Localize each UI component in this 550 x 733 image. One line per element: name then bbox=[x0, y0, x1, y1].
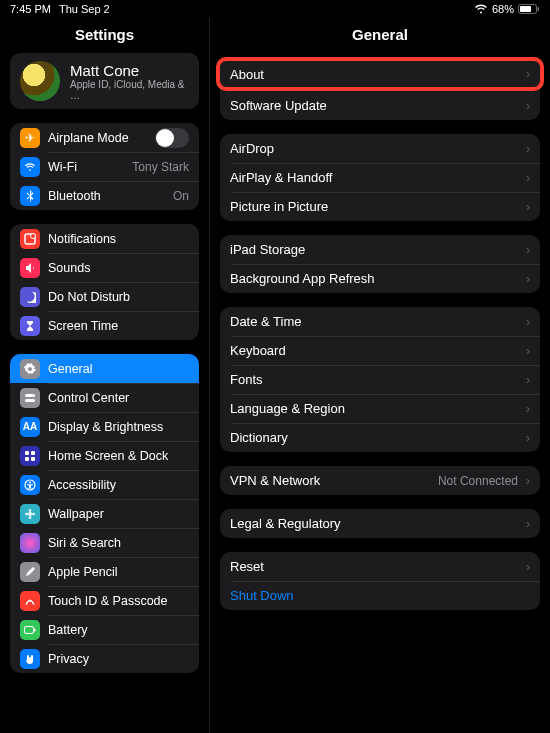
wallpaper-cell[interactable]: Wallpaper bbox=[10, 499, 199, 528]
airplay-label: AirPlay & Handoff bbox=[230, 170, 332, 185]
airdrop-cell[interactable]: AirDrop › bbox=[220, 134, 540, 163]
bgapp-cell[interactable]: Background App Refresh › bbox=[220, 264, 540, 293]
wallpaper-label: Wallpaper bbox=[48, 507, 104, 521]
controlcenter-cell[interactable]: Control Center bbox=[10, 383, 199, 412]
about-label: About bbox=[230, 67, 264, 82]
airplay-cell[interactable]: AirPlay & Handoff › bbox=[220, 163, 540, 192]
airplane-mode-cell[interactable]: ✈ Airplane Mode bbox=[10, 123, 199, 152]
airplane-mode-toggle[interactable] bbox=[155, 128, 189, 148]
general-cell[interactable]: General bbox=[10, 354, 199, 383]
keyboard-cell[interactable]: Keyboard › bbox=[220, 336, 540, 365]
software-update-cell[interactable]: Software Update › bbox=[220, 91, 540, 120]
notifications-icon bbox=[20, 229, 40, 249]
svg-point-16 bbox=[25, 512, 28, 515]
wifi-label: Wi-Fi bbox=[48, 160, 77, 174]
pip-label: Picture in Picture bbox=[230, 199, 328, 214]
svg-point-17 bbox=[32, 512, 35, 515]
svg-rect-19 bbox=[34, 628, 36, 631]
status-time: 7:45 PM bbox=[10, 3, 51, 15]
datetime-cell[interactable]: Date & Time › bbox=[220, 307, 540, 336]
fingerprint-icon bbox=[20, 591, 40, 611]
battery-percent: 68% bbox=[492, 3, 514, 15]
chevron-right-icon: › bbox=[526, 517, 530, 531]
reset-cell[interactable]: Reset › bbox=[220, 552, 540, 581]
software-update-label: Software Update bbox=[230, 98, 327, 113]
battery-settings-icon bbox=[20, 620, 40, 640]
accessibility-cell[interactable]: Accessibility bbox=[10, 470, 199, 499]
dictionary-label: Dictionary bbox=[230, 430, 288, 445]
airplane-icon: ✈ bbox=[20, 128, 40, 148]
chevron-right-icon: › bbox=[526, 560, 530, 574]
fonts-label: Fonts bbox=[230, 372, 263, 387]
dnd-cell[interactable]: Do Not Disturb bbox=[10, 282, 199, 311]
dictionary-cell[interactable]: Dictionary › bbox=[220, 423, 540, 452]
hand-icon bbox=[20, 649, 40, 669]
pencil-cell[interactable]: Apple Pencil bbox=[10, 557, 199, 586]
svg-point-15 bbox=[29, 516, 32, 519]
siri-cell[interactable]: Siri & Search bbox=[10, 528, 199, 557]
display-cell[interactable]: AA Display & Brightness bbox=[10, 412, 199, 441]
wifi-cell[interactable]: Wi-Fi Tony Stark bbox=[10, 152, 199, 181]
bluetooth-cell[interactable]: Bluetooth On bbox=[10, 181, 199, 210]
siri-icon bbox=[20, 533, 40, 553]
chevron-right-icon: › bbox=[526, 474, 530, 488]
sounds-icon bbox=[20, 258, 40, 278]
pencil-label: Apple Pencil bbox=[48, 565, 118, 579]
sidebar-title: Settings bbox=[0, 18, 209, 53]
bgapp-label: Background App Refresh bbox=[230, 271, 375, 286]
hourglass-icon bbox=[20, 316, 40, 336]
dnd-label: Do Not Disturb bbox=[48, 290, 130, 304]
battery-label: Battery bbox=[48, 623, 88, 637]
airdrop-label: AirDrop bbox=[230, 141, 274, 156]
legal-label: Legal & Regulatory bbox=[230, 516, 341, 531]
wifi-settings-icon bbox=[20, 157, 40, 177]
datetime-label: Date & Time bbox=[230, 314, 302, 329]
notifications-cell[interactable]: Notifications bbox=[10, 224, 199, 253]
storage-cell[interactable]: iPad Storage › bbox=[220, 235, 540, 264]
apple-id-cell[interactable]: Matt Cone Apple ID, iCloud, Media & … bbox=[10, 53, 199, 109]
vpn-label: VPN & Network bbox=[230, 473, 320, 488]
airplane-mode-label: Airplane Mode bbox=[48, 131, 129, 145]
gear-icon bbox=[20, 359, 40, 379]
chevron-right-icon: › bbox=[526, 243, 530, 257]
svg-rect-1 bbox=[520, 6, 531, 12]
svg-point-14 bbox=[29, 509, 32, 512]
moon-icon bbox=[20, 287, 40, 307]
screentime-cell[interactable]: Screen Time bbox=[10, 311, 199, 340]
privacy-label: Privacy bbox=[48, 652, 89, 666]
wifi-icon bbox=[474, 4, 488, 14]
svg-rect-10 bbox=[31, 457, 35, 461]
bluetooth-value: On bbox=[173, 189, 189, 203]
controlcenter-label: Control Center bbox=[48, 391, 129, 405]
language-cell[interactable]: Language & Region › bbox=[220, 394, 540, 423]
about-cell[interactable]: About › bbox=[216, 57, 544, 91]
status-date: Thu Sep 2 bbox=[59, 3, 110, 15]
svg-rect-18 bbox=[25, 626, 34, 633]
battery-cell[interactable]: Battery bbox=[10, 615, 199, 644]
svg-point-4 bbox=[31, 233, 36, 238]
sounds-cell[interactable]: Sounds bbox=[10, 253, 199, 282]
general-label: General bbox=[48, 362, 92, 376]
homescreen-cell[interactable]: Home Screen & Dock bbox=[10, 441, 199, 470]
touchid-cell[interactable]: Touch ID & Passcode bbox=[10, 586, 199, 615]
profile-subtitle: Apple ID, iCloud, Media & … bbox=[70, 79, 189, 101]
homescreen-label: Home Screen & Dock bbox=[48, 449, 168, 463]
svg-rect-8 bbox=[31, 451, 35, 455]
fonts-cell[interactable]: Fonts › bbox=[220, 365, 540, 394]
chevron-right-icon: › bbox=[526, 344, 530, 358]
language-label: Language & Region bbox=[230, 401, 345, 416]
shutdown-cell[interactable]: Shut Down bbox=[220, 581, 540, 610]
svg-rect-7 bbox=[25, 451, 29, 455]
chevron-right-icon: › bbox=[526, 402, 530, 416]
pip-cell[interactable]: Picture in Picture › bbox=[220, 192, 540, 221]
touchid-label: Touch ID & Passcode bbox=[48, 594, 168, 608]
bluetooth-label: Bluetooth bbox=[48, 189, 101, 203]
privacy-cell[interactable]: Privacy bbox=[10, 644, 199, 673]
svg-rect-9 bbox=[25, 457, 29, 461]
battery-icon bbox=[518, 4, 540, 14]
svg-rect-5 bbox=[25, 394, 35, 397]
chevron-right-icon: › bbox=[526, 142, 530, 156]
vpn-cell[interactable]: VPN & Network Not Connected › bbox=[220, 466, 540, 495]
legal-cell[interactable]: Legal & Regulatory › bbox=[220, 509, 540, 538]
sounds-label: Sounds bbox=[48, 261, 90, 275]
